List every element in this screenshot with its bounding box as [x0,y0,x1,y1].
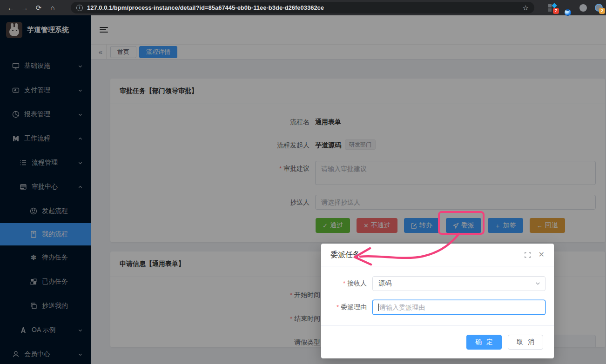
profile-badge: 2 [599,8,605,14]
balloon-extension-icon[interactable] [563,3,572,13]
reason-input[interactable] [372,300,545,315]
cancel-button[interactable]: 取 消 [508,335,543,350]
extensions-row: 7 2 [548,0,603,15]
receiver-row: 接收人 源码 [326,276,545,291]
browser-back-icon[interactable]: ← [4,4,18,12]
reason-row: 委派理由 [326,300,545,315]
text-caret [378,304,379,311]
extension-icon[interactable] [579,3,588,13]
url-text[interactable]: 127.0.0.1/bpm/process-instance/detail?id… [87,4,324,11]
close-icon[interactable]: ✕ [539,251,545,258]
dialog-title: 委派任务 [330,250,360,260]
dialog-footer: 确 定 取 消 [321,325,554,358]
dialog-body: 接收人 源码 委派理由 [321,266,554,315]
extension-badge: 7 [553,8,559,14]
reason-label: 委派理由 [326,303,372,311]
extension-icon[interactable]: 7 [548,3,557,13]
receiver-select[interactable]: 源码 [372,276,545,291]
fullscreen-icon[interactable] [524,251,531,258]
browser-profile-icon[interactable]: 2 [594,3,603,13]
receiver-selected-value: 源码 [378,279,391,288]
receiver-label: 接收人 [326,279,372,288]
browser-home-icon[interactable]: ⌂ [46,4,60,12]
address-bar[interactable]: i 127.0.0.1/bpm/process-instance/detail?… [71,2,534,13]
dialog-header: 委派任务 ✕ [321,244,554,266]
site-info-icon[interactable]: i [76,5,83,11]
bookmark-star-icon[interactable]: ☆ [523,4,529,12]
chevron-down-icon [535,280,541,286]
browser-toolbar: ← → ⟳ ⌂ i 127.0.0.1/bpm/process-instance… [0,0,606,15]
delegate-task-dialog: 委派任务 ✕ 接收人 源码 委派理由 [321,244,554,358]
screen: ← → ⟳ ⌂ i 127.0.0.1/bpm/process-instance… [0,0,606,364]
browser-forward-icon[interactable]: → [18,4,32,12]
browser-reload-icon[interactable]: ⟳ [32,4,46,12]
confirm-button[interactable]: 确 定 [466,335,502,350]
